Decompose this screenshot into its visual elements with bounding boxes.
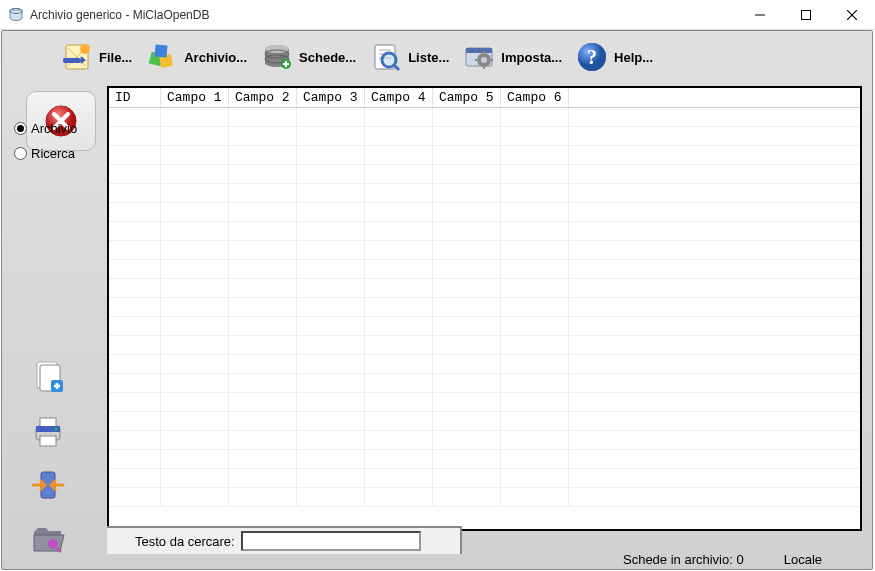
search-input[interactable] — [241, 531, 421, 551]
imposta-menu-button[interactable]: Imposta... — [459, 37, 568, 77]
grid-rows — [109, 108, 860, 507]
column-header-campo4[interactable]: Campo 4 — [365, 88, 433, 107]
svg-text:?: ? — [587, 46, 597, 68]
radio-icon — [14, 147, 27, 160]
side-buttons — [24, 355, 72, 561]
column-header-campo1[interactable]: Campo 1 — [161, 88, 229, 107]
data-grid[interactable]: ID Campo 1 Campo 2 Campo 3 Campo 4 Campo… — [107, 86, 862, 531]
toolbar: File... Archivio... — [2, 31, 872, 83]
table-row — [109, 260, 860, 279]
grid-header: ID Campo 1 Campo 2 Campo 3 Campo 4 Campo… — [109, 88, 860, 108]
open-folder-button[interactable] — [24, 517, 72, 561]
table-row — [109, 412, 860, 431]
close-window-button[interactable] — [829, 0, 875, 30]
schede-menu-button[interactable]: Schede... — [257, 37, 362, 77]
svg-rect-29 — [466, 48, 492, 53]
svg-line-26 — [394, 65, 399, 70]
table-row — [109, 279, 860, 298]
imposta-icon — [461, 39, 497, 75]
svg-point-50 — [48, 539, 58, 549]
imposta-label: Imposta... — [501, 50, 562, 65]
file-icon — [59, 39, 95, 75]
archivio-label: Archivio... — [184, 50, 247, 65]
table-row — [109, 469, 860, 488]
archivio-menu-button[interactable]: Archivio... — [142, 37, 253, 77]
radio-ricerca[interactable]: Ricerca — [14, 146, 104, 161]
new-document-button[interactable] — [24, 355, 72, 399]
column-header-id[interactable]: ID — [109, 88, 161, 107]
liste-menu-button[interactable]: Liste... — [366, 37, 455, 77]
help-icon: ? — [574, 39, 610, 75]
search-bar: Testo da cercare: — [107, 526, 462, 554]
table-row — [109, 146, 860, 165]
table-row — [109, 393, 860, 412]
status-schede: Schede in archivio: 0 — [623, 552, 744, 567]
table-row — [109, 317, 860, 336]
titlebar: Archivio generico - MiClaOpenDB — [0, 0, 875, 30]
window-title: Archivio generico - MiClaOpenDB — [30, 8, 209, 22]
column-header-campo6[interactable]: Campo 6 — [501, 88, 569, 107]
help-label: Help... — [614, 50, 653, 65]
file-label: File... — [99, 50, 132, 65]
maximize-button[interactable] — [783, 0, 829, 30]
svg-point-12 — [80, 44, 90, 54]
radio-icon — [14, 122, 27, 135]
table-row — [109, 165, 860, 184]
status-mode: Locale — [784, 552, 822, 567]
print-button[interactable] — [24, 409, 72, 453]
table-row — [109, 488, 860, 507]
app-icon — [8, 7, 24, 23]
table-row — [109, 203, 860, 222]
table-row — [109, 431, 860, 450]
svg-point-17 — [265, 45, 289, 53]
table-row — [109, 108, 860, 127]
radio-archivio[interactable]: Archivio — [14, 121, 104, 136]
schede-icon — [259, 39, 295, 75]
column-header-campo2[interactable]: Campo 2 — [229, 88, 297, 107]
minimize-button[interactable] — [737, 0, 783, 30]
radio-archivio-label: Archivio — [31, 121, 77, 136]
archivio-icon — [144, 39, 180, 75]
liste-label: Liste... — [408, 50, 449, 65]
search-label: Testo da cercare: — [135, 534, 235, 549]
svg-rect-15 — [155, 44, 168, 57]
help-menu-button[interactable]: ? Help... — [572, 37, 659, 77]
svg-rect-46 — [40, 436, 56, 446]
left-panel: Archivio Ricerca — [14, 121, 104, 561]
table-row — [109, 336, 860, 355]
liste-icon — [368, 39, 404, 75]
svg-point-48 — [55, 428, 58, 431]
window-controls — [737, 0, 875, 29]
table-row — [109, 241, 860, 260]
table-row — [109, 298, 860, 317]
table-row — [109, 374, 860, 393]
table-row — [109, 184, 860, 203]
column-header-campo3[interactable]: Campo 3 — [297, 88, 365, 107]
file-menu-button[interactable]: File... — [57, 37, 138, 77]
table-row — [109, 127, 860, 146]
radio-ricerca-label: Ricerca — [31, 146, 75, 161]
status-bar: Schede in archivio: 0 Locale — [623, 552, 822, 567]
table-row — [109, 222, 860, 241]
schede-label: Schede... — [299, 50, 356, 65]
table-row — [109, 450, 860, 469]
column-header-campo5[interactable]: Campo 5 — [433, 88, 501, 107]
svg-point-27 — [384, 55, 394, 65]
svg-rect-3 — [802, 11, 811, 20]
table-row — [109, 355, 860, 374]
svg-point-31 — [481, 57, 487, 63]
export-button[interactable] — [24, 463, 72, 507]
app-body: File... Archivio... — [1, 30, 873, 570]
